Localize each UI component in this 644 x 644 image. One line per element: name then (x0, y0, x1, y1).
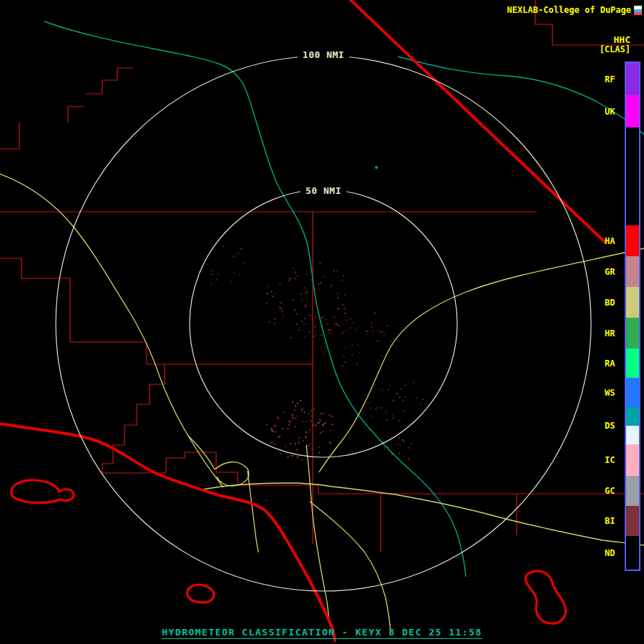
echo-speck (233, 255, 235, 257)
echo-speck (301, 459, 303, 461)
echo-speck (344, 294, 346, 296)
echo-speck (311, 410, 313, 411)
echo-speck (318, 447, 320, 448)
highway-lines (0, 0, 605, 640)
echo-speck (310, 444, 311, 445)
echo-speck (344, 313, 346, 314)
echo-speck (275, 426, 276, 427)
echo-speck (388, 389, 389, 390)
echo-speck (294, 409, 296, 411)
echo-speck (342, 304, 343, 306)
road (248, 471, 258, 552)
echo-speck (338, 326, 340, 327)
legend-color-ic (626, 444, 639, 476)
echo-speck (394, 400, 395, 401)
echo-speck (322, 424, 324, 426)
echo-speck (378, 362, 379, 364)
echo-speck (337, 293, 338, 294)
ring-label-50nmi: 50 NMI (306, 185, 341, 196)
echo-speck (240, 248, 242, 250)
echo-speck (308, 445, 309, 447)
echo-speck (295, 418, 296, 419)
legend-label-bd: BD (605, 297, 623, 308)
legend-label-ic: IC (605, 454, 623, 466)
echo-speck (295, 405, 296, 406)
legend-color-gr (626, 256, 639, 287)
echo-speck (399, 437, 400, 439)
echo-speck (298, 329, 300, 331)
legend-label-hr: HR (605, 328, 623, 339)
echo-speck (268, 321, 270, 323)
echo-speck (376, 340, 379, 341)
echo-speck (366, 333, 367, 335)
echo-speck (384, 333, 385, 335)
echo-speck (393, 338, 394, 339)
echo-speck (297, 403, 298, 404)
echo-speck (305, 293, 306, 294)
echo-speck (328, 330, 329, 331)
echo-speck (277, 416, 278, 418)
echo-speck (399, 444, 401, 445)
echo-speck (341, 280, 343, 281)
echo-speck (342, 365, 343, 366)
echo-speck (329, 332, 331, 333)
echo-speck (311, 415, 313, 416)
echo-speck (281, 311, 283, 312)
highway (351, 0, 605, 242)
legend-label-nd: ND (605, 547, 623, 559)
radar-screen: 100 NMI 50 NMI NEXLAB-College of DuPage … (0, 0, 644, 644)
echo-speck (399, 420, 401, 421)
echo-speck (324, 423, 326, 424)
county-line (381, 494, 517, 552)
echo-speck (321, 413, 322, 414)
echo-speck (308, 413, 310, 414)
echo-speck (296, 449, 298, 450)
echo-speck (303, 336, 305, 338)
echo-speck (330, 430, 331, 431)
road (188, 436, 249, 486)
echo-speck (314, 318, 316, 319)
echo-speck (392, 415, 394, 416)
echo-speck (374, 385, 376, 386)
echo-speck (279, 283, 281, 285)
echo-speck (273, 425, 275, 426)
echo-speck (319, 419, 321, 420)
echo-speck (336, 270, 338, 272)
echo-speck (343, 356, 344, 357)
legend-color-gc (626, 476, 639, 506)
echo-speck (311, 279, 313, 280)
echo-speck (344, 361, 346, 363)
legend-color-gap-9 (626, 407, 639, 426)
echo-speck (284, 411, 286, 413)
echo-speck (403, 441, 404, 442)
echo-speck (389, 385, 391, 386)
echo-speck (292, 417, 293, 419)
echo-speck (278, 306, 280, 308)
echo-speck (297, 416, 298, 417)
color-legend: RFUKHAGRBDHRRAWSDSICGCBIND (603, 62, 643, 574)
echo-speck (345, 347, 346, 348)
echo-speck (318, 289, 320, 291)
echo-speck (274, 318, 275, 319)
echo-speck (267, 286, 268, 287)
echo-speck (203, 258, 205, 260)
echo-speck (293, 455, 294, 457)
echo-speck (270, 429, 273, 430)
echo-speck (331, 416, 333, 417)
echo-speck (207, 264, 208, 265)
echo-speck (295, 271, 296, 273)
echo-speck (417, 397, 419, 399)
echo-speck (210, 283, 212, 285)
echo-speck (275, 293, 276, 294)
echo-speck (294, 278, 296, 279)
echo-speck (378, 330, 379, 331)
echo-speck (270, 441, 273, 443)
branding: NEXLAB-College of DuPage (507, 5, 642, 15)
echo-speck (411, 443, 412, 444)
echo-speck (350, 327, 351, 328)
small-lake (375, 166, 378, 169)
echo-speck (279, 436, 280, 437)
road-lines (0, 174, 644, 633)
echo-speck (352, 322, 353, 323)
echo-speck (396, 444, 398, 445)
